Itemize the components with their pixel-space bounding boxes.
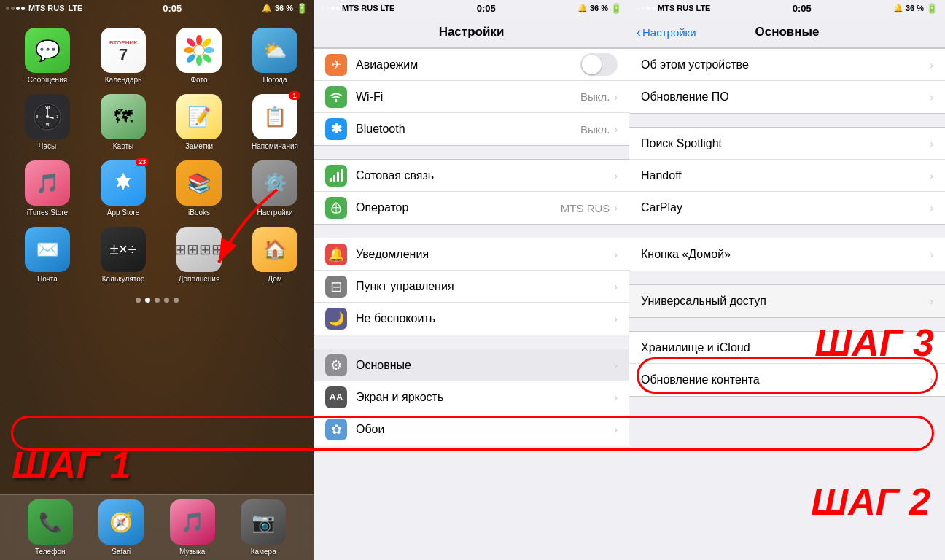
dock-camera-icon[interactable]: 📷 (241, 499, 286, 545)
app-extras[interactable]: ⊞⊞⊞⊞ Дополнения (166, 227, 232, 283)
spotlight-item[interactable]: Поиск Spotlight › (629, 128, 945, 160)
dock-phone-label: Телефон (35, 548, 65, 556)
carplay-item[interactable]: CarPlay › (629, 192, 945, 224)
app-messages-icon[interactable]: 💬 (25, 28, 70, 73)
dnd-item[interactable]: 🌙 Не беспокоить › (314, 303, 629, 335)
app-clock[interactable]: VI XII 3 9 Часы (15, 94, 80, 150)
carrier-value: MTS RUS (561, 202, 610, 214)
control-item[interactable]: ⊟ Пункт управления › (314, 271, 629, 303)
page-dots (0, 298, 314, 303)
app-notes[interactable]: 📝 Заметки (166, 94, 232, 150)
update-chevron: › (930, 91, 933, 103)
app-mail-icon[interactable]: ✉️ (25, 227, 70, 272)
app-reminders-icon[interactable]: 1 📋 (252, 94, 298, 139)
battery-level: 36 % (275, 4, 293, 12)
status-left-3: MTS RUS LTE (637, 4, 710, 12)
about-item[interactable]: Об этом устройстве › (629, 49, 945, 81)
app-settings-label: Настройки (257, 209, 292, 217)
app-itunes-icon[interactable]: 🎵 (25, 160, 70, 206)
app-messages[interactable]: 💬 Сообщения (15, 28, 80, 84)
bluetooth-item[interactable]: ✱ Bluetooth Выкл. › (314, 113, 629, 145)
app-settings[interactable]: ⚙️ Настройки (242, 160, 308, 217)
app-ibooks[interactable]: 📚 iBooks (166, 160, 232, 217)
carrier-chevron: › (614, 202, 618, 214)
airplane-toggle[interactable] (580, 53, 618, 76)
battery-icon-3: 🔔 (893, 4, 903, 13)
airplane-icon: ✈ (325, 54, 347, 76)
svg-point-9 (194, 45, 204, 55)
dock-safari[interactable]: 🧭 Safari (98, 499, 144, 556)
app-maps-icon[interactable]: 🗺 (101, 94, 146, 139)
gap-g3 (629, 271, 945, 284)
app-home[interactable]: 🏠 Дом (242, 227, 308, 283)
home-button-item[interactable]: Кнопка «Домой» › (629, 238, 945, 271)
app-appstore[interactable]: 23 App Store (90, 160, 156, 217)
dock-safari-icon[interactable]: 🧭 (98, 499, 144, 545)
bluetooth-label: Bluetooth (356, 122, 580, 136)
app-calculator-icon[interactable]: ±×÷ (101, 227, 146, 272)
app-photos[interactable]: Фото (166, 28, 232, 84)
status-left: MTS RUS LTE (6, 4, 82, 12)
app-reminders[interactable]: 1 📋 Напоминания (242, 94, 308, 150)
system-section: ⚙ Основные › AA Экран и яркость › ✿ Обои… (314, 349, 629, 446)
cellular-label: Сотовая связь (356, 169, 614, 182)
app-mail[interactable]: ✉️ Почта (15, 227, 80, 283)
dock-music[interactable]: 🎵 Музыка (170, 499, 215, 556)
bg-update-chevron: › (930, 374, 933, 386)
app-maps[interactable]: 🗺 Карты (90, 94, 156, 150)
gap-g2 (629, 225, 945, 238)
handoff-label: Handoff (641, 169, 930, 182)
app-calculator[interactable]: ±×÷ Калькулятор (90, 227, 156, 283)
back-button[interactable]: ‹ Настройки (637, 16, 696, 48)
bluetooth-chevron: › (614, 123, 618, 135)
dock-phone-icon[interactable]: 📞 (28, 499, 73, 545)
about-label: Об этом устройстве (641, 58, 930, 71)
app-home-icon[interactable]: 🏠 (252, 227, 298, 272)
carrier-section: Сотовая связь › Оператор MTS RUS › (314, 159, 629, 225)
dock-camera[interactable]: 📷 Камера (241, 499, 286, 556)
app-itunes[interactable]: 🎵 iTunes Store (15, 160, 80, 217)
dock-safari-label: Safari (112, 548, 131, 556)
carrier-item[interactable]: Оператор MTS RUS › (314, 192, 629, 224)
app-calendar[interactable]: ВТОРНИК 7 Календарь (90, 28, 156, 84)
accessibility-item[interactable]: Универсальный доступ › (629, 285, 945, 317)
handoff-item[interactable]: Handoff › (629, 160, 945, 192)
svg-rect-23 (341, 169, 343, 182)
dock-phone[interactable]: 📞 Телефон (28, 499, 73, 556)
bg-update-item[interactable]: Обновление контента › (629, 364, 945, 396)
network-3: LTE (696, 4, 711, 12)
handoff-chevron: › (930, 170, 933, 182)
app-extras-icon[interactable]: ⊞⊞⊞⊞ (176, 227, 222, 272)
general-item[interactable]: ⚙ Основные › (314, 349, 629, 381)
app-appstore-icon[interactable]: 23 (101, 160, 146, 206)
svg-text:XII: XII (45, 106, 50, 110)
app-settings-icon[interactable]: ⚙️ (252, 160, 298, 206)
app-calendar-icon[interactable]: ВТОРНИК 7 (101, 28, 146, 73)
back-label[interactable]: Настройки (642, 26, 696, 39)
wifi-item[interactable]: Wi-Fi Выкл. › (314, 81, 629, 113)
signal-bars-3 (637, 7, 656, 10)
app-notes-icon[interactable]: 📝 (176, 94, 222, 139)
cellular-icon (325, 165, 347, 187)
home-button-label: Кнопка «Домой» (641, 248, 930, 261)
cellular-item[interactable]: Сотовая связь › (314, 160, 629, 192)
app-ibooks-icon[interactable]: 📚 (176, 160, 222, 206)
app-weather[interactable]: ⛅ Погода (242, 28, 308, 84)
app-appstore-label: App Store (107, 209, 139, 217)
gap-g1 (629, 114, 945, 127)
general-icon: ⚙ (325, 354, 347, 376)
airplane-item[interactable]: ✈ Авиарежим (314, 49, 629, 81)
dock-music-icon[interactable]: 🎵 (170, 499, 215, 545)
update-item[interactable]: Обновление ПО › (629, 81, 945, 113)
display-item[interactable]: AA Экран и яркость › (314, 381, 629, 413)
network-type: LTE (69, 4, 83, 12)
app-photos-icon[interactable] (176, 28, 222, 73)
app-clock-icon[interactable]: VI XII 3 9 (25, 94, 70, 139)
wallpaper-item[interactable]: ✿ Обои › (314, 413, 629, 446)
svg-point-14 (46, 115, 49, 118)
wallpaper-label: Обои (356, 423, 614, 436)
app-weather-icon[interactable]: ⛅ (252, 28, 298, 73)
notifications-item[interactable]: 🔔 Уведомления › (314, 238, 629, 271)
wallpaper-chevron: › (614, 424, 618, 435)
carplay-chevron: › (930, 202, 933, 214)
